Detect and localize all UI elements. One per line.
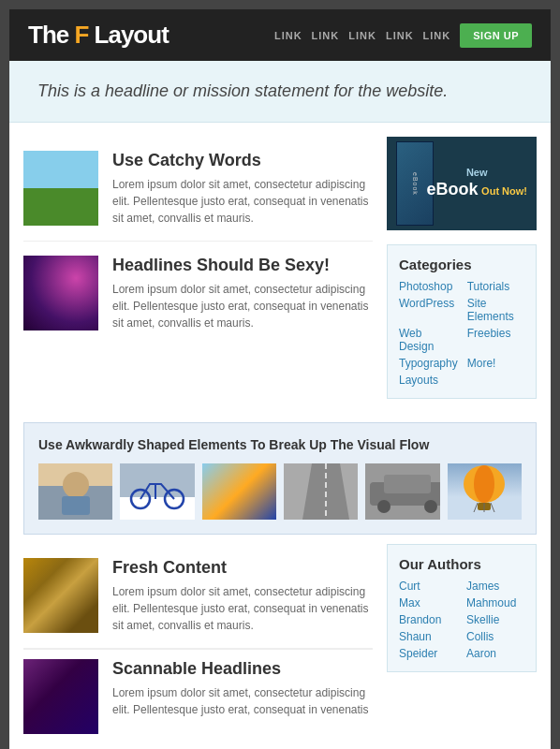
promo-ebook: eBook bbox=[426, 180, 478, 198]
author-james[interactable]: James bbox=[466, 580, 524, 593]
bike-icon bbox=[129, 473, 185, 510]
car-icon bbox=[365, 463, 439, 520]
promo-text: New eBook Out Now! bbox=[426, 166, 527, 201]
svg-line-16 bbox=[474, 503, 478, 512]
categories-title: Categories bbox=[399, 257, 524, 272]
cat-link-site-elements[interactable]: Site Elements bbox=[467, 297, 524, 323]
svg-point-11 bbox=[377, 500, 391, 513]
nav-link-5[interactable]: LINK bbox=[423, 30, 451, 41]
article-title-1[interactable]: Use Catchy Words bbox=[112, 151, 373, 170]
scannable-article: Scannable Headlines Lorem ipsum dolor si… bbox=[23, 649, 373, 748]
bottom-content-row: Fresh Content Lorem ipsum dolor sit amet… bbox=[23, 544, 537, 748]
authors-widget: Our Authors Curt James Max Mahmoud Brand… bbox=[387, 544, 537, 672]
nav-link-2[interactable]: LINK bbox=[312, 30, 340, 41]
svg-point-14 bbox=[474, 465, 494, 503]
cat-link-web-design[interactable]: Web Design bbox=[399, 327, 458, 353]
car-thumbnail bbox=[365, 463, 439, 520]
author-mahmoud[interactable]: Mahmoud bbox=[466, 596, 524, 609]
cat-link-wordpress[interactable]: WordPress bbox=[399, 297, 458, 323]
author-speider[interactable]: Speider bbox=[399, 647, 457, 660]
article-body-4: Scannable Headlines Lorem ipsum dolor si… bbox=[112, 659, 373, 734]
sidebar: eBook New eBook Out Now! Categories Phot… bbox=[387, 137, 537, 413]
nav-link-1[interactable]: LINK bbox=[274, 30, 302, 41]
blue-thumbnail bbox=[202, 463, 276, 520]
visual-flow-section: Use Awkwardly Shaped Elements To Break U… bbox=[23, 422, 537, 535]
article-text-3: Lorem ipsum dolor sit amet, consectetur … bbox=[112, 583, 373, 634]
road-thumbnail bbox=[284, 463, 358, 520]
article-thumb-2 bbox=[23, 256, 98, 330]
page-wrapper: The F Layout LINK LINK LINK LINK LINK SI… bbox=[9, 9, 551, 749]
logo-the: The bbox=[28, 21, 74, 49]
svg-line-17 bbox=[491, 503, 494, 512]
articles-list: Use Catchy Words Lorem ipsum dolor sit a… bbox=[23, 137, 373, 413]
promo-out-now: Out Now! bbox=[481, 185, 527, 197]
article-title-2[interactable]: Headlines Should Be Sexy! bbox=[112, 256, 373, 275]
grass-thumbnail bbox=[23, 151, 98, 226]
svg-rect-10 bbox=[384, 475, 431, 493]
article-text-1: Lorem ipsum dolor sit amet, consectetur … bbox=[112, 176, 373, 227]
purple-thumbnail bbox=[23, 256, 98, 330]
cat-link-typography[interactable]: Typography bbox=[399, 357, 458, 370]
nav-link-3[interactable]: LINK bbox=[348, 30, 376, 41]
gallery-item-5[interactable] bbox=[365, 463, 439, 520]
article-title-4[interactable]: Scannable Headlines bbox=[112, 659, 373, 679]
header: The F Layout LINK LINK LINK LINK LINK SI… bbox=[9, 9, 551, 61]
balloon-thumbnail bbox=[448, 463, 522, 520]
article-thumb-3 bbox=[23, 558, 98, 633]
road-icon bbox=[284, 463, 358, 520]
cat-link-freebies[interactable]: Freebies bbox=[467, 327, 524, 353]
balloon-icon bbox=[451, 463, 517, 520]
article-thumb-1 bbox=[23, 151, 98, 226]
author-max[interactable]: Max bbox=[399, 596, 457, 609]
svg-rect-1 bbox=[62, 496, 90, 515]
face-icon bbox=[57, 468, 95, 515]
face-thumbnail bbox=[38, 463, 112, 520]
cat-link-more[interactable]: More! bbox=[467, 357, 524, 370]
author-skellie[interactable]: Skellie bbox=[466, 613, 524, 626]
visual-flow-title: Use Awkwardly Shaped Elements To Break U… bbox=[38, 437, 522, 452]
main-nav: LINK LINK LINK LINK LINK SIGN UP bbox=[274, 23, 532, 48]
wood-thumbnail bbox=[23, 558, 98, 633]
article-text-4: Lorem ipsum dolor sit amet, consectetur … bbox=[112, 684, 373, 718]
author-collis[interactable]: Collis bbox=[466, 630, 524, 643]
signup-button[interactable]: SIGN UP bbox=[460, 23, 532, 48]
logo-layout: Layout bbox=[88, 21, 168, 49]
gallery-item-3[interactable] bbox=[202, 463, 276, 520]
logo-f: F bbox=[74, 21, 88, 49]
main-content: Use Catchy Words Lorem ipsum dolor sit a… bbox=[9, 123, 551, 749]
promo-box[interactable]: eBook New eBook Out Now! bbox=[387, 137, 537, 230]
categories-widget: Categories Photoshop Tutorials WordPress… bbox=[387, 244, 537, 399]
bottom-articles-list: Fresh Content Lorem ipsum dolor sit amet… bbox=[23, 544, 373, 748]
gallery-item-2[interactable] bbox=[120, 463, 194, 520]
gallery-item-1[interactable] bbox=[38, 463, 112, 520]
article-thumb-4 bbox=[23, 659, 98, 734]
author-curt[interactable]: Curt bbox=[399, 580, 457, 593]
article-item-2: Headlines Should Be Sexy! Lorem ipsum do… bbox=[23, 242, 373, 345]
author-brandon[interactable]: Brandon bbox=[399, 613, 457, 626]
hero-banner: This is a headline or mission statement … bbox=[9, 61, 551, 123]
cat-link-photoshop[interactable]: Photoshop bbox=[399, 280, 458, 293]
author-aaron[interactable]: Aaron bbox=[466, 647, 524, 660]
article-item: Use Catchy Words Lorem ipsum dolor sit a… bbox=[23, 137, 373, 242]
nav-link-4[interactable]: LINK bbox=[386, 30, 414, 41]
logo: The F Layout bbox=[28, 21, 169, 50]
author-shaun[interactable]: Shaun bbox=[399, 630, 457, 643]
svg-point-0 bbox=[63, 472, 89, 498]
cat-link-tutorials[interactable]: Tutorials bbox=[467, 280, 524, 293]
hero-text: This is a headline or mission statement … bbox=[37, 81, 523, 101]
article-text-2: Lorem ipsum dolor sit amet, consectetur … bbox=[112, 281, 373, 331]
authors-grid: Curt James Max Mahmoud Brandon Skellie S… bbox=[399, 580, 524, 660]
svg-point-12 bbox=[424, 500, 437, 513]
promo-new: New bbox=[426, 166, 527, 179]
gallery-item-4[interactable] bbox=[284, 463, 358, 520]
fresh-content-article: Fresh Content Lorem ipsum dolor sit amet… bbox=[23, 544, 373, 649]
bottom-sidebar: Our Authors Curt James Max Mahmoud Brand… bbox=[387, 544, 537, 748]
promo-inner: eBook New eBook Out Now! bbox=[387, 137, 537, 230]
purple2-thumbnail bbox=[23, 659, 98, 734]
article-title-3[interactable]: Fresh Content bbox=[112, 558, 373, 578]
gallery-item-6[interactable] bbox=[448, 463, 522, 520]
article-body-1: Use Catchy Words Lorem ipsum dolor sit a… bbox=[112, 151, 373, 227]
bike-thumbnail bbox=[120, 463, 194, 520]
categories-links: Photoshop Tutorials WordPress Site Eleme… bbox=[399, 280, 524, 387]
cat-link-layouts[interactable]: Layouts bbox=[399, 374, 458, 387]
